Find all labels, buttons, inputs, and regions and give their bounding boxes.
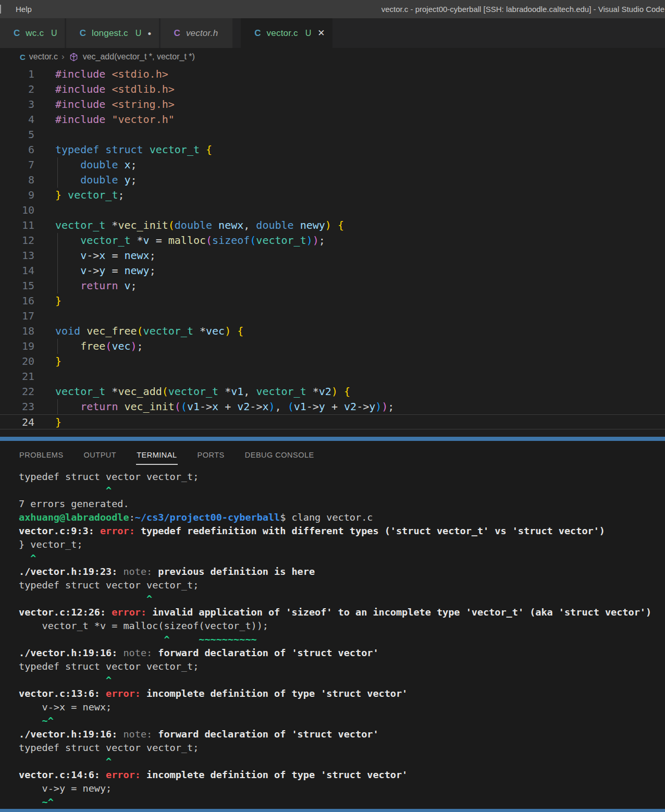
terminal-line: vector_t *v = malloc(sizeof(vector_t));: [19, 619, 665, 633]
line-content: v->x = newx;: [55, 248, 156, 263]
line-number: 17: [0, 309, 34, 324]
panel-resize-sash[interactable]: [0, 437, 665, 441]
editor-tab-bar: Cwc.cUClongest.cU●Cvector.hCvector.cU✕: [0, 18, 665, 48]
git-status-badge: U: [44, 29, 57, 38]
editor-line[interactable]: 15 return v;: [0, 278, 665, 293]
editor-line[interactable]: 4#include "vector.h": [0, 112, 665, 127]
c-file-icon: C: [174, 28, 180, 39]
line-content: double x;: [55, 157, 137, 173]
terminal-line: ^: [19, 755, 665, 768]
breadcrumb-symbol[interactable]: vec_add(vector_t *, vector_t *): [83, 52, 195, 61]
editor-line[interactable]: 7 double x;: [0, 157, 665, 173]
line-content: vector_t *vec_init(double newx, double n…: [55, 218, 344, 233]
breadcrumb-separator-icon: ›: [61, 52, 65, 62]
terminal-line: ~^: [19, 795, 665, 809]
terminal-line: vector.c:12:26: error: invalid applicati…: [19, 606, 665, 619]
editor-line[interactable]: 12 vector_t *v = malloc(sizeof(vector_t)…: [0, 233, 665, 248]
line-content: #include "vector.h": [55, 112, 175, 127]
terminal-line: ^: [19, 673, 665, 687]
editor-line[interactable]: 10: [0, 203, 665, 218]
breadcrumb-file[interactable]: vector.c: [29, 52, 58, 61]
editor-line[interactable]: 16}: [0, 293, 665, 309]
editor-line[interactable]: 1#include <stdio.h>: [0, 67, 665, 82]
editor-line[interactable]: 13 v->x = newx;: [0, 248, 665, 263]
terminal-line: ^: [19, 592, 665, 606]
line-content: }: [55, 415, 61, 429]
line-number: 13: [0, 248, 34, 263]
editor-line[interactable]: 23 return vec_init((v1->x + v2->x), (v1-…: [0, 399, 665, 414]
close-icon[interactable]: ✕: [317, 28, 325, 39]
line-number: 7: [0, 157, 34, 173]
editor-line[interactable]: 19 free(vec);: [0, 339, 665, 354]
line-content: void vec_free(vector_t *vec) {: [55, 324, 243, 339]
editor-line[interactable]: 5: [0, 127, 665, 142]
tab-vector-c[interactable]: Cvector.cU✕: [241, 18, 332, 48]
terminal-line: } vector_t;: [19, 538, 665, 551]
editor-line[interactable]: 20}: [0, 354, 665, 369]
c-file-icon: C: [20, 53, 26, 61]
panel-tab-ports[interactable]: PORTS: [197, 443, 225, 465]
panel-tab-problems[interactable]: PROBLEMS: [19, 443, 64, 465]
line-number: 5: [0, 127, 34, 142]
terminal-line: ^ ~~~~~~~~~~: [19, 633, 665, 646]
editor-line[interactable]: 18void vec_free(vector_t *vec) {: [0, 324, 665, 339]
c-file-icon: C: [14, 28, 20, 39]
line-number: 16: [0, 293, 34, 309]
terminal-line: 7 errors generated.: [19, 497, 665, 511]
title-bar: Help vector.c - project00-cyberball [SSH…: [0, 0, 665, 18]
terminal-line: ./vector.h:19:23: note: previous definit…: [19, 565, 665, 579]
line-number: 2: [0, 82, 34, 97]
breadcrumb: C vector.c › vec_add(vector_t *, vector_…: [0, 48, 665, 66]
editor-line[interactable]: 3#include <string.h>: [0, 97, 665, 112]
modified-dot-icon[interactable]: ●: [147, 30, 151, 37]
tab-label: wc.c: [26, 28, 44, 39]
line-number: 19: [0, 339, 34, 354]
terminal-line: vector.c:13:6: error: incomplete definit…: [19, 687, 665, 700]
editor-line[interactable]: 2#include <stdlib.h>: [0, 82, 665, 97]
line-content: return vec_init((v1->x + v2->x), (v1->y …: [55, 399, 394, 414]
terminal-line: v->x = newx;: [19, 700, 665, 714]
panel-tab-debug-console[interactable]: DEBUG CONSOLE: [244, 443, 315, 465]
line-number: 15: [0, 278, 34, 293]
terminal-line: vector.c:9:3: error: typedef redefinitio…: [19, 524, 665, 538]
editor-line[interactable]: 9} vector_t;: [0, 188, 665, 203]
line-number: 18: [0, 324, 34, 339]
editor-line[interactable]: 22vector_t *vec_add(vector_t *v1, vector…: [0, 384, 665, 399]
tab-vector-h[interactable]: Cvector.h: [161, 18, 233, 48]
bottom-accent-strip: [0, 809, 665, 812]
terminal-line: ./vector.h:19:16: note: forward declarat…: [19, 728, 665, 741]
editor-line[interactable]: 14 v->y = newy;: [0, 263, 665, 278]
line-number: 11: [0, 218, 34, 233]
line-number: 23: [0, 399, 34, 414]
editor-line[interactable]: 6typedef struct vector_t {: [0, 142, 665, 157]
terminal-line: ./vector.h:19:16: note: forward declarat…: [19, 646, 665, 660]
line-content: } vector_t;: [55, 188, 124, 203]
tab-label: longest.c: [92, 28, 128, 39]
terminal-line: ^: [19, 484, 665, 497]
terminal-line: typedef struct vector vector_t;: [19, 579, 665, 592]
editor-line[interactable]: 21: [0, 369, 665, 384]
panel-tab-terminal[interactable]: TERMINAL: [136, 443, 177, 465]
editor-line[interactable]: 17: [0, 309, 665, 324]
code-editor[interactable]: 1#include <stdio.h>2#include <stdlib.h>3…: [0, 66, 665, 437]
tab-label: vector.c: [267, 28, 298, 39]
tab-longest-c[interactable]: Clongest.cU●: [66, 18, 159, 48]
editor-line[interactable]: 8 double y;: [0, 173, 665, 188]
terminal-line: ~^: [19, 714, 665, 728]
editor-line[interactable]: 11vector_t *vec_init(double newx, double…: [0, 218, 665, 233]
line-number: 24: [0, 415, 34, 429]
line-number: 1: [0, 67, 34, 82]
terminal-line: v->y = newy;: [19, 782, 665, 795]
bottom-panel: PROBLEMSOUTPUTTERMINALPORTSDEBUG CONSOLE…: [0, 441, 665, 809]
line-content: vector_t *v = malloc(sizeof(vector_t));: [55, 233, 325, 248]
line-content: }: [55, 293, 61, 309]
line-number: 4: [0, 112, 34, 127]
line-content: free(vec);: [55, 339, 143, 354]
panel-tab-output[interactable]: OUTPUT: [83, 443, 117, 465]
menu-item-help[interactable]: Help: [16, 5, 32, 14]
panel-tab-bar: PROBLEMSOUTPUTTERMINALPORTSDEBUG CONSOLE: [0, 441, 665, 467]
editor-line[interactable]: 24}: [0, 414, 665, 429]
terminal-output[interactable]: typedef struct vector vector_t; ^7 error…: [0, 467, 665, 809]
tab-wc-c[interactable]: Cwc.cU: [0, 18, 65, 48]
line-content: #include <stdlib.h>: [55, 82, 175, 97]
